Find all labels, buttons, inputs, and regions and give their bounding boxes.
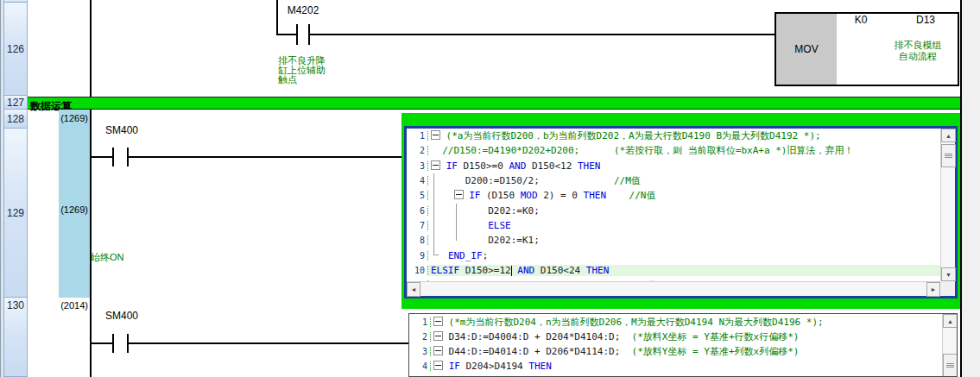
code-text[interactable]: ELSE <box>428 220 940 231</box>
code-token: ELSE <box>488 220 511 231</box>
fold-collapse-icon[interactable] <box>454 190 464 199</box>
st-box2-vscrollbar[interactable]: ▲ <box>942 314 957 376</box>
fold-collapse-icon[interactable] <box>431 160 440 170</box>
code-token: D202:=K1; <box>431 235 540 246</box>
line-number: 10 <box>407 266 428 275</box>
mov-dest-operand[interactable]: D13 <box>906 14 945 26</box>
code-token: //M值 <box>614 175 641 186</box>
fold-collapse-icon[interactable] <box>433 317 443 326</box>
line-number: 6 <box>407 206 428 216</box>
code-line[interactable]: 5 IF (D150 MOD 2) = 0 THEN //N值 <box>407 188 940 203</box>
st-box1[interactable]: 1 (*a为当前行数D200，b为当前列数D202，A为最大行数D4190 B为… <box>404 126 958 298</box>
contact-sm400-label-128[interactable]: SM400 <box>105 124 138 136</box>
code-token: D150>=0 <box>458 160 509 172</box>
rung130-wire-left <box>90 342 112 344</box>
code-token: END_IF <box>448 250 483 261</box>
contact-sm400-bar-left-130[interactable] <box>112 334 114 353</box>
code-line[interactable]: 1 (*a为当前行数D200，b为当前列数D202，A为最大行数D4190 B为… <box>407 129 940 143</box>
fold-collapse-icon[interactable] <box>433 346 443 355</box>
vscroll-thumb[interactable] <box>943 354 958 377</box>
rung-number-column: 126127128129130 <box>3 0 28 377</box>
code-line[interactable]: 7 ELSE <box>407 218 940 233</box>
code-token: //N值 <box>629 190 656 201</box>
right-gutter-area <box>962 0 980 377</box>
code-text[interactable]: D44:D:=D4014:D + D206*D4114:D; (*放料Y坐标 =… <box>431 345 942 358</box>
code-text[interactable]: IF D204>D4194 THEN <box>431 361 942 372</box>
code-text[interactable]: (*m为当前行数D204，n为当前列数D206，M为最大行数D4194 N为最大… <box>431 316 942 329</box>
code-text[interactable]: D200:=D150/2; //M值 <box>428 174 940 187</box>
code-line[interactable]: 2 //D150:=D4190*D202+D200; (*若按行取，则 当前取料… <box>407 143 940 158</box>
fold-collapse-icon[interactable] <box>433 361 443 370</box>
code-text[interactable]: //D150:=D4190*D202+D200; (*若按行取，则 当前取料位=… <box>428 144 940 157</box>
code-token: IF <box>449 361 460 372</box>
always-on-comment: 始终ON <box>91 253 124 262</box>
fold-collapse-icon[interactable] <box>433 331 443 341</box>
code-token <box>443 361 449 372</box>
rung126-wire-left <box>276 34 296 35</box>
contact-sm400-label-130[interactable]: SM400 <box>105 310 138 322</box>
st-box1-vscrollbar[interactable]: ▲ ▼ <box>940 129 955 281</box>
code-line[interactable]: 4 D200:=D150/2; //M值 <box>407 173 940 188</box>
st-box2[interactable]: 1 (*m为当前行数D204，n为当前列数D206，M为最大行数D4194 N为… <box>408 313 958 377</box>
rung-number-cell[interactable]: 127 <box>4 96 27 110</box>
code-line[interactable]: 4 IF D204>D4194 THEN <box>409 359 942 374</box>
code-token: D200:=D150/2; <box>431 175 614 186</box>
rung-number-cell[interactable]: 130 <box>4 298 27 377</box>
code-token: AND <box>517 265 534 276</box>
code-line[interactable]: 3 D44:D:=D4014:D + D206*D4114:D; (*放料Y坐标… <box>409 344 942 359</box>
code-token: ; <box>483 250 489 261</box>
line-number: 8 <box>407 236 428 245</box>
st-box1-hscrollbar[interactable]: ◄ ► <box>407 281 940 296</box>
st-box2-lines[interactable]: 1 (*m为当前行数D204，n为当前列数D206，M为最大行数D4194 N为… <box>409 315 942 377</box>
code-token: 2) = 0 <box>538 190 584 201</box>
code-text[interactable]: (*a为当前行数D200，b为当前列数D202，A为最大行数D4190 B为最大… <box>428 129 940 142</box>
code-line[interactable]: 6 D202:=K0; <box>407 203 940 217</box>
mov-source-operand[interactable]: K0 <box>842 14 880 26</box>
code-text[interactable]: D202:=K0; <box>428 205 940 217</box>
line-number: 4 <box>409 361 431 371</box>
line-number: 2 <box>409 332 431 342</box>
contact-m4202-comment: 排不良升降 缸上位辅助 触点 <box>278 56 340 85</box>
rung-number-cell[interactable]: 126 <box>4 3 27 96</box>
contact-m4202-label[interactable]: M4202 <box>278 4 328 16</box>
mov-opcode-cell[interactable]: MOV <box>776 14 837 85</box>
section-statement-bar[interactable]: 数据运算 <box>28 97 960 110</box>
contact-m4202-bar-right[interactable] <box>308 24 310 45</box>
rung-number-cell[interactable]: 129 <box>4 129 27 298</box>
line-number: 7 <box>407 221 428 230</box>
scroll-up-button[interactable]: ▲ <box>943 314 958 328</box>
code-token: IF <box>469 190 480 201</box>
code-text[interactable]: END_IF; <box>428 250 940 261</box>
fold-connector <box>456 204 457 241</box>
fold-collapse-icon[interactable] <box>431 130 440 140</box>
scroll-left-button[interactable]: ◄ <box>407 282 420 297</box>
code-line[interactable]: 8 D202:=K1; <box>407 233 940 248</box>
code-line[interactable]: 1 (*m为当前行数D204，n为当前列数D206，M为最大行数D4194 N为… <box>409 315 942 330</box>
code-text[interactable]: IF (D150 MOD 2) = 0 THEN //N值 <box>428 189 940 202</box>
line-number: 4 <box>407 176 428 185</box>
rung126-wire-right <box>310 34 775 35</box>
vscroll-thumb[interactable] <box>941 144 956 167</box>
contact-sm400-bar-right-130[interactable] <box>127 334 129 353</box>
code-line[interactable]: 3 IF D150>=0 AND D150<12 THEN <box>407 159 940 173</box>
scroll-right-button[interactable]: ► <box>926 282 940 297</box>
rung-number-cell[interactable]: 128 <box>4 110 27 129</box>
code-text[interactable]: IF D150>=0 AND D150<12 THEN <box>428 160 940 172</box>
contact-sm400-bar-left-128[interactable] <box>112 148 114 167</box>
line-number: 5 <box>407 191 428 200</box>
rung130-wire-right <box>129 342 408 344</box>
code-line[interactable]: 10ELSIF D150>=12 AND D150<24 THEN <box>407 263 940 278</box>
scroll-up-button[interactable]: ▲ <box>941 129 956 142</box>
left-power-rail <box>90 0 92 377</box>
current-edit-line[interactable]: ELSIF D150>=12 AND D150<24 THEN <box>428 265 940 276</box>
code-text[interactable]: D34:D:=D4004:D + D204*D4104:D; (*放料X坐标 =… <box>431 330 942 343</box>
code-token: D150<24 <box>534 265 586 276</box>
code-text[interactable]: D202:=K1; <box>428 235 940 246</box>
scroll-down-button[interactable]: ▼ <box>941 267 956 281</box>
contact-m4202-bar-left[interactable] <box>296 24 298 45</box>
st-box1-lines[interactable]: 1 (*a为当前行数D200，b为当前列数D202，A为最大行数D4190 B为… <box>407 129 940 281</box>
code-line[interactable]: 9 END_IF; <box>407 248 940 262</box>
contact-sm400-bar-right-128[interactable] <box>127 148 129 167</box>
code-line[interactable]: 2 D34:D:=D4004:D + D204*D4104:D; (*放料X坐标… <box>409 330 942 344</box>
fold-connector-tick <box>434 254 439 255</box>
